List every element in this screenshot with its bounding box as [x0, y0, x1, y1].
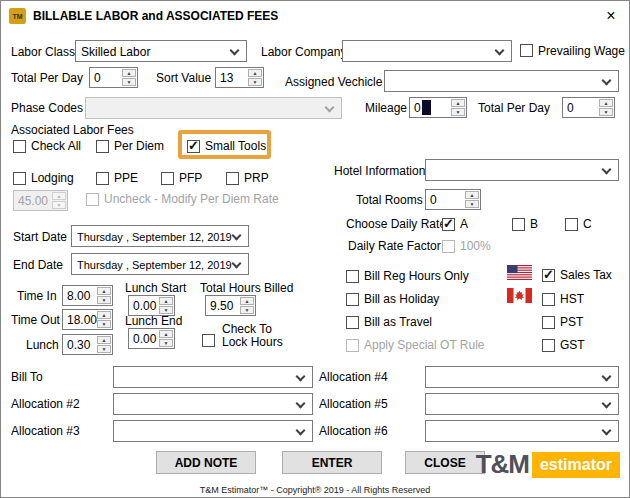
chevron-down-icon — [296, 399, 306, 409]
prevailing-wage-checkbox[interactable] — [520, 44, 533, 57]
uncheck-modify-per-diem-label: Uncheck - Modify Per Diem Rate — [104, 192, 279, 206]
lodging-checkbox[interactable] — [13, 172, 26, 185]
start-date-picker[interactable]: Thursday , September 12, 2019 — [71, 225, 249, 247]
rate-a-checkbox[interactable] — [442, 218, 455, 231]
chevron-down-icon — [602, 426, 612, 436]
total-per-day-label: Total Per Day — [11, 71, 83, 85]
time-out-value: 18.00 — [67, 313, 97, 327]
bill-as-travel-checkbox[interactable] — [346, 316, 359, 329]
spinner-up-icon[interactable]: ▲ — [159, 297, 173, 305]
chevron-down-icon — [296, 426, 306, 436]
spinner-up-icon[interactable]: ▲ — [122, 69, 136, 77]
total-hours-billed-value: 9.50 — [210, 299, 233, 313]
spinner-down-icon[interactable]: ▼ — [122, 78, 136, 86]
spinner-up-icon[interactable]: ▲ — [159, 330, 173, 338]
allocation-2-combo[interactable] — [113, 393, 313, 415]
spinner-buttons: ▲ ▼ — [159, 330, 173, 347]
per-diem-checkbox[interactable] — [96, 140, 109, 153]
sales-tax-checkbox[interactable] — [542, 269, 555, 282]
spinner-down-icon[interactable]: ▼ — [159, 306, 173, 314]
sort-value-spinner[interactable]: 13 ▲ ▼ — [215, 67, 264, 88]
pfp-checkbox[interactable] — [161, 172, 174, 185]
assigned-vehicle-combo[interactable] — [384, 70, 619, 92]
allocation-4-value — [426, 367, 618, 371]
uncheck-modify-per-diem-checkbox — [86, 193, 99, 206]
lunch-spinner[interactable]: 0.30 ▲ ▼ — [62, 334, 113, 355]
enter-button[interactable]: ENTER — [282, 451, 382, 474]
rate-c-label: C — [583, 217, 592, 231]
spinner-up-icon[interactable]: ▲ — [451, 99, 465, 107]
lunch-value: 0.30 — [67, 338, 90, 352]
total-per-day-spinner[interactable]: 0 ▲ ▼ — [89, 67, 138, 88]
allocation-6-combo[interactable] — [425, 420, 619, 442]
hst-checkbox[interactable] — [542, 293, 555, 306]
close-icon[interactable]: × — [593, 1, 629, 31]
spinner-down-icon[interactable]: ▼ — [159, 339, 173, 347]
phase-codes-label: Phase Codes — [11, 101, 83, 115]
title-bar: TM BILLABLE LABOR and ASSOCIATED FEES × — [1, 1, 629, 31]
spinner-up-icon[interactable]: ▲ — [97, 336, 111, 344]
spinner-up-icon[interactable]: ▲ — [97, 287, 111, 295]
lock-hours-label: Check To Lock Hours — [222, 323, 292, 349]
total-per-day-2-label: Total Per Day — [478, 101, 550, 115]
time-in-value: 8.00 — [67, 289, 90, 303]
labor-company-combo[interactable] — [342, 40, 512, 62]
hotel-information-combo[interactable] — [425, 159, 619, 181]
prevailing-wage-label: Prevailing Wage — [538, 44, 625, 58]
close-button[interactable]: CLOSE — [405, 451, 485, 474]
bill-to-combo[interactable] — [113, 366, 313, 388]
mileage-spinner[interactable]: 0 ▲ ▼ — [409, 97, 467, 118]
sort-value-label: Sort Value — [156, 71, 211, 85]
spinner-up-icon[interactable]: ▲ — [240, 297, 254, 305]
labor-class-value: Skilled Labor — [76, 41, 246, 59]
ppe-checkbox[interactable] — [96, 172, 109, 185]
gst-checkbox[interactable] — [542, 339, 555, 352]
check-all-checkbox[interactable] — [13, 140, 26, 153]
total-per-day-2-value: 0 — [567, 101, 574, 115]
spinner-up-icon[interactable]: ▲ — [465, 191, 479, 199]
spinner-down-icon[interactable]: ▼ — [97, 296, 111, 304]
lunch-start-spinner[interactable]: 0.00 ▲ ▼ — [128, 295, 175, 316]
spinner-down-icon[interactable]: ▼ — [248, 78, 262, 86]
allocation-3-combo[interactable] — [113, 420, 313, 442]
allocation-5-value — [426, 394, 618, 398]
spinner-down-icon[interactable]: ▼ — [465, 200, 479, 208]
lunch-end-spinner[interactable]: 0.00 ▲ ▼ — [128, 328, 175, 349]
phase-codes-combo — [85, 97, 342, 119]
time-in-spinner[interactable]: 8.00 ▲ ▼ — [62, 285, 113, 306]
spinner-down-icon[interactable]: ▼ — [240, 306, 254, 314]
prp-checkbox[interactable] — [226, 172, 239, 185]
spinner-down-icon[interactable]: ▼ — [97, 320, 111, 328]
spinner-buttons: ▲ ▼ — [52, 192, 66, 209]
spinner-buttons: ▲ ▼ — [451, 99, 465, 116]
spinner-up-icon[interactable]: ▲ — [599, 99, 613, 107]
allocation-5-combo[interactable] — [425, 393, 619, 415]
allocation-3-value — [114, 421, 312, 425]
bill-as-holiday-checkbox[interactable] — [346, 293, 359, 306]
spinner-up-icon[interactable]: ▲ — [248, 69, 262, 77]
labor-class-combo[interactable]: Skilled Labor — [75, 40, 247, 62]
rate-c-checkbox[interactable] — [565, 218, 578, 231]
total-per-day-2-spinner[interactable]: 0 ▲ ▼ — [562, 97, 615, 118]
spinner-down-icon[interactable]: ▼ — [451, 108, 465, 116]
mileage-label: Mileage — [365, 101, 407, 115]
copyright-text: T&M Estimator™ - Copyright® 2019 - All R… — [1, 485, 629, 495]
start-date-value: Thursday , September 12, 2019 — [72, 226, 248, 243]
end-date-picker[interactable]: Thursday , September 12, 2019 — [71, 253, 249, 275]
lock-hours-checkbox[interactable] — [202, 334, 215, 347]
add-note-button[interactable]: ADD NOTE — [156, 451, 256, 474]
associated-labor-fees-label: Associated Labor Fees — [11, 123, 134, 137]
total-per-day-value: 0 — [94, 71, 101, 85]
spinner-up-icon[interactable]: ▲ — [97, 311, 111, 319]
pst-checkbox[interactable] — [542, 316, 555, 329]
rate-b-checkbox[interactable] — [512, 218, 525, 231]
total-hours-billed-spinner[interactable]: 9.50 ▲ ▼ — [205, 295, 256, 316]
spinner-down-icon[interactable]: ▼ — [599, 108, 613, 116]
total-rooms-spinner[interactable]: 0 ▲ ▼ — [425, 189, 481, 210]
spinner-down-icon[interactable]: ▼ — [97, 345, 111, 353]
total-rooms-value: 0 — [430, 193, 437, 207]
small-tools-checkbox[interactable] — [187, 140, 200, 153]
time-out-spinner[interactable]: 18.00 ▲ ▼ — [62, 309, 113, 330]
bill-reg-hours-checkbox[interactable] — [346, 270, 359, 283]
allocation-4-combo[interactable] — [425, 366, 619, 388]
